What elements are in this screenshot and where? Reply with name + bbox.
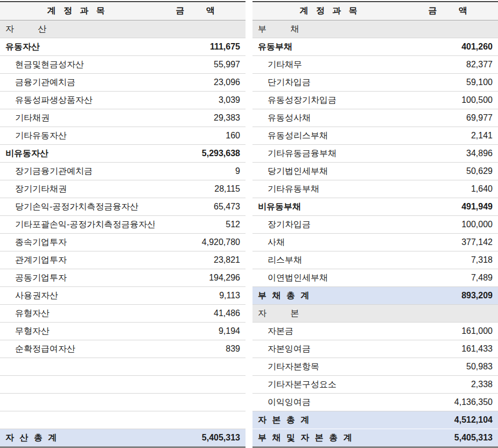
account-label: 기타포괄손익-공정가치측정금융자산 — [0, 219, 155, 230]
account-label: 유동자산 — [0, 41, 155, 53]
empty-row — [0, 358, 246, 375]
amount-value: 4,512,104 — [407, 415, 498, 425]
amount-value: 9,194 — [155, 326, 246, 336]
amount-value: 4,920,780 — [155, 237, 246, 247]
account-label: 금융기관예치금 — [0, 77, 155, 88]
amount-value: 100,000 — [407, 220, 498, 229]
assets-table: 계 정 과 목금 액자 산유동자산111,675현금및현금성자산55,997금융… — [0, 1, 246, 448]
empty-row — [0, 375, 246, 393]
account-label: 비유동자산 — [0, 148, 155, 159]
account-label: 현금및현금성자산 — [0, 59, 155, 71]
account-label: 당기법인세부채 — [252, 166, 407, 177]
item-row: 장기차입금100,000 — [252, 215, 498, 233]
amount-value: 7,318 — [407, 255, 498, 265]
account-label: 공동기업투자 — [0, 272, 155, 284]
account-label: 자 산 총 계 — [0, 432, 155, 444]
amount-value: 55,997 — [155, 60, 246, 69]
account-label: 이익잉여금 — [252, 397, 407, 408]
category-row: 비유동부채491,949 — [252, 198, 498, 215]
account-column-header: 계 정 과 목 — [252, 5, 407, 17]
item-row: 기타유동자산160 — [0, 127, 246, 144]
amount-value: 7,489 — [407, 273, 498, 283]
item-row: 기타자본항목50,983 — [252, 358, 498, 375]
amount-value: 161,000 — [407, 326, 498, 336]
total-row: 부 채 및 자 본 총 계5,405,313 — [252, 429, 498, 446]
account-column-header: 계 정 과 목 — [0, 5, 155, 17]
account-label: 장기기타채권 — [0, 184, 155, 195]
item-row: 이익잉여금4,136,350 — [252, 393, 498, 411]
item-row: 금융기관예치금23,096 — [0, 73, 246, 91]
amount-value: 1,640 — [407, 184, 498, 194]
item-row: 자본금161,000 — [252, 322, 498, 340]
item-row: 기타자본구성요소2,338 — [252, 375, 498, 393]
category-row: 비유동자산5,293,638 — [0, 144, 246, 162]
item-row: 무형자산9,194 — [0, 322, 246, 340]
category-row: 유동자산111,675 — [0, 38, 246, 55]
account-label: 순확정급여자산 — [0, 344, 155, 355]
amount-value: 9,113 — [155, 291, 246, 300]
account-label: 기타유동자산 — [0, 130, 155, 142]
item-row: 유형자산41,486 — [0, 304, 246, 322]
amount-value: 23,096 — [155, 78, 246, 87]
amount-value: 194,296 — [155, 273, 246, 283]
amount-value: 111,675 — [155, 42, 246, 52]
account-label: 기타자본구성요소 — [252, 379, 407, 390]
amount-value: 5,405,313 — [155, 433, 246, 443]
item-row: 유동성파생상품자산3,039 — [0, 91, 246, 109]
account-label: 장기차입금 — [252, 219, 407, 230]
account-label: 자본금 — [252, 326, 407, 337]
account-label: 자본잉여금 — [252, 344, 407, 355]
account-label: 부 채 총 계 — [252, 290, 407, 302]
account-label: 부 채 및 자 본 총 계 — [252, 432, 407, 444]
amount-value: 29,383 — [155, 113, 246, 123]
item-row: 장기금융기관예치금9 — [0, 162, 246, 180]
account-label: 장기금융기관예치금 — [0, 166, 155, 177]
item-row: 자본잉여금161,433 — [252, 340, 498, 358]
item-row: 당기손익-공정가치측정금융자산65,473 — [0, 198, 246, 215]
account-label: 유동성장기차입금 — [252, 95, 407, 106]
account-label: 무형자산 — [0, 326, 155, 337]
amount-value: 2,338 — [407, 380, 498, 389]
item-row: 공동기업투자194,296 — [0, 269, 246, 286]
account-label: 기타채무 — [252, 59, 407, 71]
item-row: 순확정급여자산839 — [0, 340, 246, 358]
section-row: 자 본 — [252, 304, 498, 322]
account-label: 자 산 — [0, 24, 155, 35]
amount-value: 82,377 — [407, 60, 498, 69]
amount-value: 28,115 — [155, 184, 246, 194]
amount-value: 401,260 — [407, 42, 498, 52]
item-row: 종속기업투자4,920,780 — [0, 233, 246, 251]
amount-value: 3,039 — [155, 95, 246, 105]
amount-value: 34,896 — [407, 149, 498, 158]
account-label: 기타채권 — [0, 113, 155, 124]
item-row: 당기법인세부채50,629 — [252, 162, 498, 180]
item-row: 이연법인세부채7,489 — [252, 269, 498, 286]
amount-value: 2,141 — [407, 131, 498, 141]
header-row: 계 정 과 목금 액 — [0, 2, 246, 20]
item-row: 기타채권29,383 — [0, 109, 246, 127]
account-label: 단기차입금 — [252, 77, 407, 88]
account-label: 부 채 — [252, 24, 407, 35]
amount-value: 160 — [155, 131, 246, 141]
account-label: 기타유동부채 — [252, 184, 407, 195]
amount-value: 5,405,313 — [407, 433, 498, 443]
item-row: 사채377,142 — [252, 233, 498, 251]
account-label: 사용권자산 — [0, 290, 155, 302]
amount-value: 50,629 — [407, 166, 498, 176]
amount-value: 4,136,350 — [407, 397, 498, 407]
amount-value: 5,293,638 — [155, 149, 246, 158]
amount-value: 9 — [155, 166, 246, 176]
amount-value: 100,500 — [407, 95, 498, 105]
amount-value: 41,486 — [155, 309, 246, 318]
item-row: 현금및현금성자산55,997 — [0, 55, 246, 73]
account-label: 리스부채 — [252, 255, 407, 266]
account-label: 관계기업투자 — [0, 255, 155, 266]
section-row: 자 산 — [0, 20, 246, 38]
amount-value: 50,983 — [407, 362, 498, 372]
account-label: 당기손익-공정가치측정금융자산 — [0, 201, 155, 213]
item-row: 리스부채7,318 — [252, 251, 498, 269]
item-row: 관계기업투자23,821 — [0, 251, 246, 269]
liabilities-equity-table: 계 정 과 목금 액부 채유동부채401,260기타채무82,377단기차입금5… — [252, 1, 498, 448]
amount-value: 161,433 — [407, 344, 498, 354]
amount-column-header: 금 액 — [155, 5, 246, 17]
